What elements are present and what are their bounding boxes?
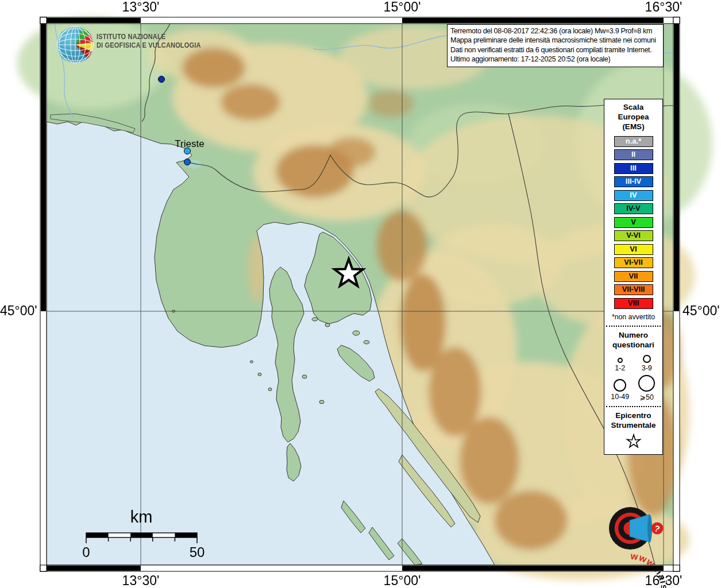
intensity-swatch-label: III-IV <box>626 177 641 185</box>
questionnaire-size-label: 3-9 <box>642 364 652 372</box>
questionnaire-circle-icon <box>618 358 623 363</box>
intensity-swatch: IV-V <box>614 203 653 214</box>
intensity-scale-list: n.a.*IIIIIIII-IVIVIV-VVV-VIVIVI-VIIVIIVI… <box>604 131 662 309</box>
epicenter-legend-line: Epicentro <box>604 411 662 420</box>
event-info-box: Terremoto del 08-08-2017 22:42:36 (ora l… <box>447 24 664 67</box>
coord-label-right: 45°00' <box>683 303 720 319</box>
intensity-dot-III <box>159 76 165 83</box>
islet <box>353 331 360 335</box>
coord-label-bottom-center: 15°00' <box>384 573 421 588</box>
map-type-line: Mappa preliminare delle intensità macros… <box>450 36 660 45</box>
questionnaire-size-label: 10-49 <box>611 393 629 401</box>
last-update-line: Ultimo aggiornamento: 17-12-2025 20:52 (… <box>450 55 660 64</box>
intensity-swatch: VI-VII <box>614 257 653 268</box>
coord-label-top-right: 16°30' <box>645 0 683 15</box>
questionnaire-size: 10-49 <box>607 374 634 401</box>
epicenter-legend-line: Strumentale <box>604 420 662 430</box>
intensity-swatch: VIII <box>614 298 653 309</box>
intensity-swatch: IV <box>614 190 653 201</box>
questionnaire-size: 1-2 <box>607 352 634 372</box>
macroseismic-map-figure: www.haisentitoilterremoto.it ? <box>0 0 721 588</box>
intensity-swatch-label: IV-V <box>626 204 641 212</box>
intensity-swatch-label: VI-VII <box>624 258 643 266</box>
intensity-swatch: VII <box>614 271 653 282</box>
ingv-wordmark: ISTITUTO NAZIONALE DI GEOFISICA E VULCAN… <box>97 33 201 49</box>
coord-label-top-left: 13°30' <box>122 0 160 15</box>
intensity-swatch: II <box>614 149 653 160</box>
coord-label-bottom-left: 13°30' <box>122 573 160 588</box>
questionnaire-size: 3-9 <box>634 352 661 372</box>
event-summary-line: Terremoto del 08-08-2017 22:42:36 (ora l… <box>450 26 660 36</box>
ingv-logo <box>55 24 95 64</box>
islet <box>250 361 253 363</box>
intensity-swatch-label: II <box>631 150 635 158</box>
questionnaire-title-line: Numero <box>604 330 662 340</box>
questionnaire-circle-icon <box>638 375 655 392</box>
coord-label-bottom-right: 16°30' <box>645 573 683 588</box>
epicenter-star-icon <box>626 434 642 448</box>
intensity-swatch-label: VII <box>629 272 638 280</box>
intensity-swatch-label: III <box>630 164 637 172</box>
intensity-swatch-label: IV <box>630 191 637 199</box>
legend-separator <box>606 406 661 407</box>
coord-label-top-center: 15°00' <box>384 0 421 15</box>
islet <box>302 375 307 378</box>
islet <box>258 373 261 376</box>
legend-title-line: Scala <box>604 99 662 112</box>
ingv-wordmark-line1: ISTITUTO NAZIONALE <box>97 33 201 41</box>
intensity-swatch: V <box>614 217 653 228</box>
questionnaire-circle-icon <box>614 379 626 392</box>
islet <box>325 323 330 327</box>
questionnaire-size-list: 1-2 3-9 10-49 ⩾50 <box>604 350 662 401</box>
islet <box>319 400 324 404</box>
intensity-swatch: VI <box>614 244 653 255</box>
questionnaire-size: ⩾50 <box>634 374 661 401</box>
islet <box>364 341 369 344</box>
legend-separator <box>606 326 661 327</box>
coord-label-left: 45°00' <box>0 303 37 319</box>
scalebar-start-label: 0 <box>82 544 90 560</box>
scalebar-end-label: 50 <box>190 544 205 560</box>
questionnaire-circle-icon <box>643 355 651 363</box>
legend-panel: Scala Europea (EMS) n.a.*IIIIIIII-IVIVIV… <box>604 99 663 455</box>
ingv-globe-icon <box>55 24 95 64</box>
intensity-dot-III-IV <box>184 159 191 165</box>
legend-footnote: *non avvertito <box>604 313 662 321</box>
questionnaire-size-label: 1-2 <box>615 364 625 372</box>
intensity-swatch-label: VII-VIII <box>622 285 645 293</box>
intensity-swatch: VII-VIII <box>614 284 653 295</box>
intensity-swatch: V-VI <box>614 230 653 241</box>
intensity-swatch-label: V-VI <box>626 231 641 239</box>
intensity-swatch: III <box>614 163 653 174</box>
ingv-wordmark-line2: DI GEOFISICA E VULCANOLOGIA <box>97 41 201 50</box>
legend-title-line: Europea <box>604 112 662 122</box>
intensity-swatch-label: VI <box>630 245 637 253</box>
city-label-trieste: Trieste <box>175 138 204 150</box>
intensity-swatch-label: n.a.* <box>626 137 641 145</box>
data-source-line: Dati non verificati estratti da 6 questi… <box>450 45 660 55</box>
scalebar-unit-label: km <box>130 508 153 527</box>
islet <box>312 318 318 321</box>
intensity-swatch: III-IV <box>614 176 653 187</box>
questionnaire-title-line: questionari <box>604 340 662 350</box>
legend-title-line: (EMS) <box>604 122 662 131</box>
intensity-swatch-label: VIII <box>628 299 639 307</box>
intensity-swatch-label: V <box>631 218 636 226</box>
questionnaire-size-label: ⩾50 <box>640 393 654 401</box>
intensity-swatch: n.a.* <box>614 136 653 147</box>
islet <box>268 388 272 391</box>
